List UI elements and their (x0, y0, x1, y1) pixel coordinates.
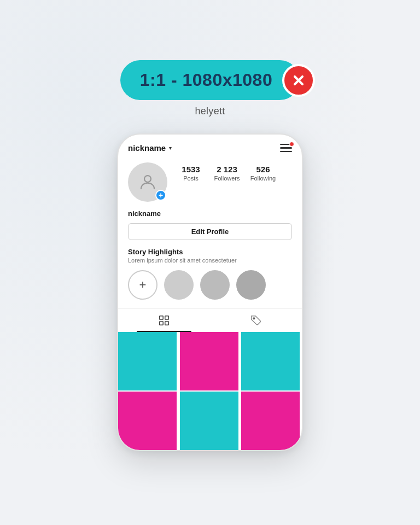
edit-profile-button[interactable]: Edit Profile (128, 223, 292, 240)
stat-following: 526 Following (249, 165, 277, 182)
stat-followers: 2 123 Followers (213, 165, 241, 182)
svg-rect-1 (160, 316, 163, 319)
stats-row: 1533 Posts 2 123 Followers 526 Following (177, 162, 277, 182)
post-cell-1[interactable] (118, 332, 177, 390)
add-story-button[interactable]: + (155, 190, 166, 201)
post-cell-4[interactable] (118, 392, 177, 450)
svg-rect-2 (165, 316, 168, 319)
banner-area: 1:1 - 1080x1080 helyett (120, 60, 300, 117)
story-highlight-1[interactable] (164, 270, 194, 300)
story-highlight-2[interactable] (200, 270, 230, 300)
ig-tab-bar (118, 308, 302, 332)
close-x-icon[interactable] (282, 64, 315, 97)
ig-header: nickname ▾ (118, 135, 302, 158)
ig-username-area[interactable]: nickname ▾ (128, 143, 172, 153)
ig-profile-section: + 1533 Posts 2 123 Followers 526 (118, 158, 302, 208)
story-highlights-subtitle: Lorem ipsum dolor sit amet consectetuer (128, 257, 292, 264)
hamburger-line-2 (280, 147, 292, 149)
grid-icon (158, 314, 170, 326)
ig-username: nickname (128, 143, 166, 153)
followers-label: Followers (214, 175, 240, 182)
phone-frame: nickname ▾ (117, 133, 303, 451)
posts-grid (118, 332, 302, 450)
svg-point-0 (144, 176, 151, 182)
stat-posts: 1533 Posts (177, 165, 205, 182)
person-icon (138, 172, 158, 192)
hamburger-line-3 (280, 151, 292, 153)
followers-count: 2 123 (217, 165, 237, 174)
page-content: 1:1 - 1080x1080 helyett nickname ▾ (0, 0, 420, 451)
post-cell-2[interactable] (180, 332, 238, 390)
story-highlights-section: Story Highlights Lorem ipsum dolor sit a… (118, 248, 302, 306)
banner-subtitle: helyett (195, 106, 225, 117)
phone-mockup: nickname ▾ (117, 133, 303, 451)
post-cell-5[interactable] (180, 392, 238, 450)
following-count: 526 (256, 165, 270, 174)
banner-text: 1:1 - 1080x1080 (140, 70, 272, 90)
post-cell-3[interactable] (241, 332, 300, 390)
add-story-circle[interactable]: + (128, 270, 158, 300)
tab-grid[interactable] (118, 309, 210, 332)
chevron-down-icon: ▾ (169, 145, 172, 151)
banner-pill-wrapper: 1:1 - 1080x1080 (120, 60, 300, 100)
avatar-wrapper[interactable]: + (128, 162, 167, 202)
post-cell-6[interactable] (241, 392, 300, 450)
story-highlights-title: Story Highlights (128, 248, 292, 256)
svg-point-5 (253, 318, 255, 319)
svg-rect-3 (160, 322, 163, 325)
profile-nickname-label: nickname (118, 208, 302, 223)
posts-label: Posts (183, 175, 199, 182)
hamburger-wrapper[interactable] (280, 144, 292, 153)
following-label: Following (250, 175, 276, 182)
tab-tagged[interactable] (210, 309, 302, 332)
story-circles-row: + (128, 270, 292, 300)
posts-count: 1533 (182, 165, 200, 174)
tag-icon (250, 314, 262, 326)
notification-dot (289, 142, 294, 147)
banner-pill: 1:1 - 1080x1080 (120, 60, 300, 100)
svg-rect-4 (165, 322, 168, 325)
story-highlight-3[interactable] (236, 270, 266, 300)
phone-inner: nickname ▾ (118, 135, 302, 450)
